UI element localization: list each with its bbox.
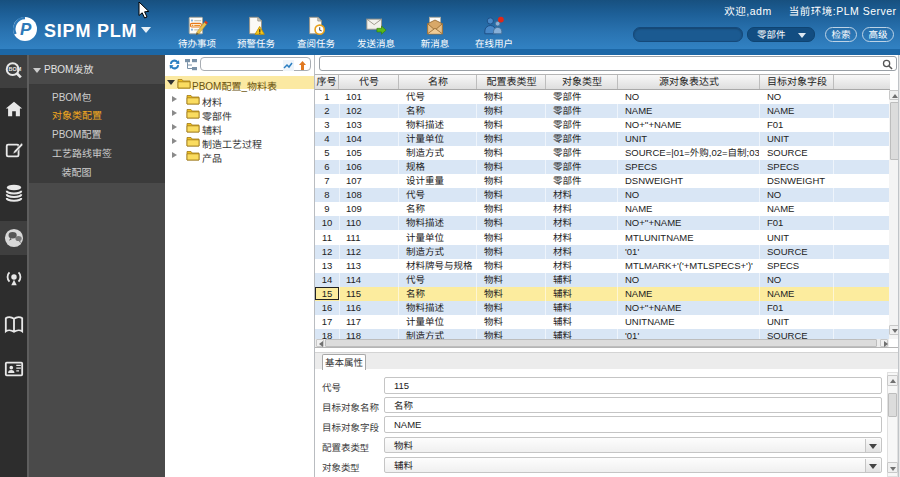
svg-text:BOM: BOM	[9, 66, 22, 72]
svg-text:P: P	[20, 20, 32, 39]
